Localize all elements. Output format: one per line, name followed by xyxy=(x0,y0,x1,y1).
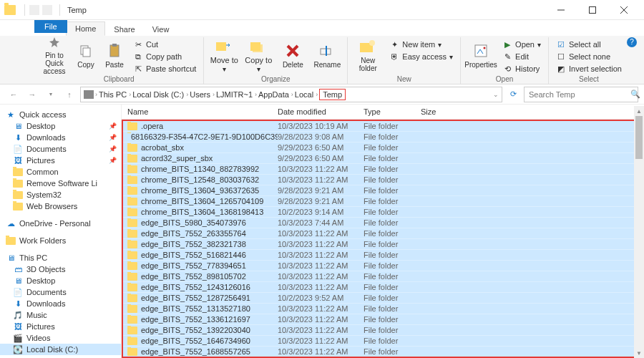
sidebar-this-pc[interactable]: 🖥This PC xyxy=(0,252,121,263)
breadcrumb-seg[interactable]: AppData› xyxy=(258,90,293,99)
table-row[interactable]: edge_BITS_7552_128725649110/2/2023 9:52 … xyxy=(123,293,643,304)
search-box[interactable]: 🔍 xyxy=(524,87,638,102)
tab-view[interactable]: View xyxy=(144,23,178,36)
table-row[interactable]: edge_BITS_7552_131352718010/3/2023 11:22… xyxy=(123,304,643,314)
copy-to-button[interactable]: Copy to ▾ xyxy=(243,37,274,73)
file-list[interactable]: .opera10/3/2023 10:19 AMFile folder68166… xyxy=(122,120,644,358)
table-row[interactable]: edge_BITS_7552_164673496010/3/2023 11:22… xyxy=(123,336,643,347)
scroll-up-icon[interactable]: ▲ xyxy=(634,106,644,116)
breadcrumb-seg-current[interactable]: Temp xyxy=(319,89,346,100)
sidebar-item[interactable]: 🖥Desktop📌 xyxy=(0,120,121,132)
copy-button[interactable]: Copy xyxy=(73,37,99,73)
cut-button[interactable]: ✂Cut xyxy=(130,39,199,50)
tab-file[interactable]: File xyxy=(34,20,67,33)
select-all-button[interactable]: ☑Select all xyxy=(553,39,625,50)
open-button[interactable]: ▶Open ▾ xyxy=(499,39,544,50)
paste-button[interactable]: Paste xyxy=(102,37,127,73)
sidebar-onedrive[interactable]: ☁OneDrive - Personal xyxy=(0,218,121,229)
sidebar-item[interactable]: 🖥Desktop xyxy=(0,275,121,286)
sidebar-item[interactable]: Common xyxy=(0,166,121,178)
recent-button[interactable]: ▾ xyxy=(43,87,59,102)
sidebar-item[interactable]: 🎬Videos xyxy=(0,332,121,344)
sidebar-item[interactable]: Web Browsers xyxy=(0,200,121,212)
rename-button[interactable]: Rename xyxy=(311,37,343,73)
move-to-button[interactable]: Move to ▾ xyxy=(208,37,240,73)
close-button[interactable] xyxy=(608,0,640,20)
refresh-button[interactable]: ⟳ xyxy=(505,87,521,102)
newitem-icon: ✦ xyxy=(389,39,399,49)
scroll-down-icon[interactable]: ▼ xyxy=(634,348,644,358)
col-type[interactable]: Type xyxy=(364,107,421,116)
table-row[interactable]: edge_BITS_7552_133612169710/3/2023 11:22… xyxy=(123,314,643,325)
up-button[interactable]: ↑ xyxy=(62,87,77,102)
delete-button[interactable]: Delete xyxy=(277,37,308,73)
sidebar-workfolders[interactable]: Work Folders xyxy=(0,235,121,246)
help-icon[interactable]: ? xyxy=(627,37,637,47)
forward-button[interactable]: → xyxy=(24,87,40,102)
breadcrumb-seg[interactable]: LJMITR~1› xyxy=(216,90,257,99)
minimize-button[interactable] xyxy=(545,0,577,20)
tab-home[interactable]: Home xyxy=(66,21,105,36)
sidebar-item[interactable]: 🖼Pictures📌 xyxy=(0,155,121,166)
breadcrumb-seg[interactable]: This PC› xyxy=(99,90,131,99)
table-row[interactable]: edge_BITS_7552_139220304010/3/2023 11:22… xyxy=(123,325,643,336)
table-row[interactable]: chrome_BITS_13604_9363726359/28/2023 9:2… xyxy=(123,185,643,196)
new-item-button[interactable]: ✦New item ▾ xyxy=(386,39,456,50)
table-row[interactable]: acrobat_sbx9/29/2023 6:50 AMFile folder xyxy=(123,142,643,153)
search-input[interactable] xyxy=(529,90,628,99)
new-folder-button[interactable]: New folder xyxy=(352,37,384,73)
sidebar-item[interactable]: 📄Documents xyxy=(0,286,121,298)
select-none-button[interactable]: ☐Select none xyxy=(553,51,625,62)
sidebar-item[interactable]: 🗃3D Objects xyxy=(0,263,121,275)
sidebar-item[interactable]: 🖼Pictures xyxy=(0,321,121,332)
sidebar-item[interactable]: 💽Local Disk (C:) xyxy=(0,344,121,355)
breadcrumb-seg[interactable]: Users› xyxy=(190,90,215,99)
table-row[interactable]: edge_BITS_7552_124312601610/3/2023 11:22… xyxy=(123,282,643,293)
pin-button[interactable]: Pin to Quick access xyxy=(39,37,70,73)
col-size[interactable]: Size xyxy=(421,107,464,116)
tab-share[interactable]: Share xyxy=(105,23,143,36)
sidebar-quick-access[interactable]: ★Quick access xyxy=(0,109,121,120)
table-row[interactable]: chrome_BITS_13604_136819841310/2/2023 9:… xyxy=(123,207,643,218)
breadcrumb-seg[interactable]: Local› xyxy=(295,90,318,99)
sidebar-item[interactable]: System32 xyxy=(0,189,121,200)
table-row[interactable]: chrome_BITS_12548_80303763210/3/2023 11:… xyxy=(123,175,643,185)
maximize-button[interactable] xyxy=(577,0,608,20)
table-row[interactable]: edge_BITS_7552_168855726510/3/2023 11:22… xyxy=(123,347,643,357)
column-headers[interactable]: Name Date modified Type Size xyxy=(122,105,644,120)
edit-button[interactable]: ✎Edit xyxy=(499,51,544,62)
table-row[interactable]: 68166329-F354-47C2-9E71-9D100D6C39049/28… xyxy=(123,132,643,142)
breadcrumb[interactable]: › This PC› Local Disk (C:)› Users› LJMIT… xyxy=(80,87,502,102)
col-name[interactable]: Name xyxy=(127,107,278,116)
svg-point-16 xyxy=(369,40,375,46)
qat-icon[interactable] xyxy=(42,5,52,15)
table-row[interactable]: chrome_BITS_13604_12657041099/28/2023 9:… xyxy=(123,196,643,207)
sidebar-item[interactable]: ⬇Downloads xyxy=(0,298,121,309)
col-date[interactable]: Date modified xyxy=(278,107,364,116)
sidebar-item[interactable]: Remove Software Li xyxy=(0,178,121,189)
qat-icon[interactable] xyxy=(29,5,39,15)
history-button[interactable]: ⟲History xyxy=(499,63,544,74)
back-button[interactable]: ← xyxy=(6,87,21,102)
table-row[interactable]: edge_BITS_7552_89810570210/3/2023 11:22 … xyxy=(123,271,643,282)
table-row[interactable]: chrome_BITS_11340_88278399210/3/2023 11:… xyxy=(123,164,643,175)
easy-access-button[interactable]: ⛨Easy access ▾ xyxy=(386,51,456,62)
table-row[interactable]: edge_BITS_7552_51682144610/3/2023 11:22 … xyxy=(123,250,643,261)
paste-shortcut-button[interactable]: ⇱Paste shortcut xyxy=(130,63,199,74)
table-row[interactable]: edge_BITS_7552_38232173810/3/2023 11:22 … xyxy=(123,239,643,250)
sidebar-item[interactable]: 🎵Music xyxy=(0,309,121,321)
sidebar-item[interactable]: 📄Documents📌 xyxy=(0,143,121,155)
table-row[interactable]: edge_BITS_7552_26335576410/3/2023 11:22 … xyxy=(123,228,643,239)
properties-button[interactable]: Properties xyxy=(465,37,497,73)
scrollbar[interactable]: ▲ ▼ xyxy=(634,106,644,358)
copy-path-button[interactable]: ⧉Copy path xyxy=(130,51,199,62)
sidebar-item[interactable]: ⬇Downloads📌 xyxy=(0,132,121,143)
table-row[interactable]: .opera10/3/2023 10:19 AMFile folder xyxy=(123,121,643,132)
breadcrumb-dropdown[interactable]: ⌄ xyxy=(493,91,499,98)
table-row[interactable]: acrord32_super_sbx9/29/2023 6:50 AMFile … xyxy=(123,153,643,164)
table-row[interactable]: edge_BITS_7552_77839465110/3/2023 11:22 … xyxy=(123,261,643,271)
breadcrumb-seg[interactable]: Local Disk (C:)› xyxy=(132,90,188,99)
invert-selection-button[interactable]: ◩Invert selection xyxy=(553,63,625,74)
scroll-thumb[interactable] xyxy=(635,116,643,159)
table-row[interactable]: edge_BITS_5980_35407397610/3/2023 7:44 A… xyxy=(123,218,643,228)
